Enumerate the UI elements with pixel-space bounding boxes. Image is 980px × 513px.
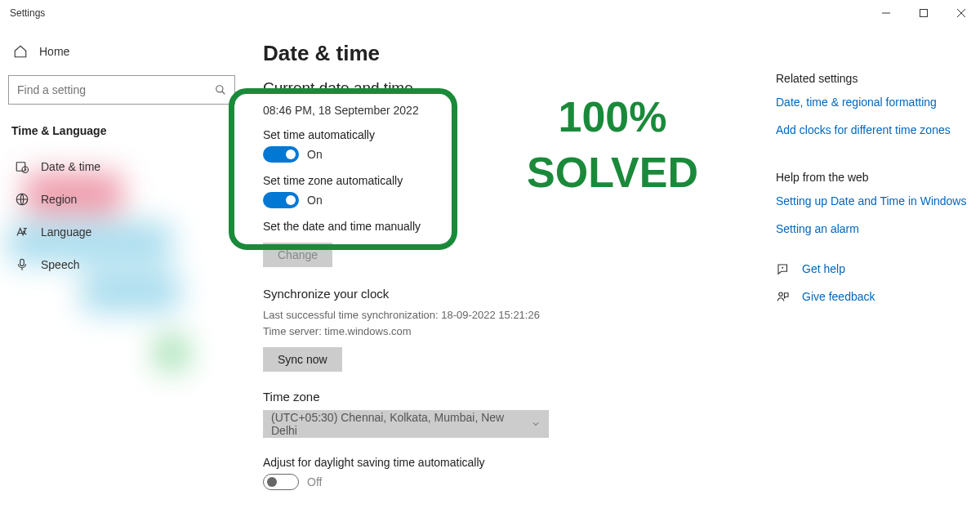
- language-icon: [15, 225, 29, 239]
- sidebar-item-speech[interactable]: Speech: [8, 248, 235, 281]
- related-settings-heading: Related settings: [776, 72, 970, 85]
- web-link-alarm[interactable]: Setting an alarm: [776, 221, 970, 238]
- home-label: Home: [39, 45, 69, 58]
- auto-timezone-label: Set time zone automatically: [263, 174, 760, 187]
- window-title: Settings: [10, 7, 45, 19]
- nav-label: Language: [41, 225, 91, 239]
- auto-time-label: Set time automatically: [263, 128, 760, 141]
- close-button[interactable]: [942, 0, 980, 26]
- related-link-clocks[interactable]: Add clocks for different time zones: [776, 123, 970, 139]
- window-controls: [867, 0, 980, 26]
- get-help-row[interactable]: Get help: [776, 261, 970, 278]
- home-icon: [13, 44, 28, 59]
- sync-server-text: Time server: time.windows.com: [263, 323, 760, 340]
- dst-state: Off: [307, 475, 322, 488]
- svg-point-11: [779, 292, 783, 297]
- sync-now-button[interactable]: Sync now: [263, 347, 342, 372]
- nav-label: Date & time: [41, 160, 100, 173]
- change-button[interactable]: Change: [263, 243, 332, 267]
- svg-point-4: [216, 86, 223, 92]
- related-link-formatting[interactable]: Date, time & regional formatting: [776, 95, 970, 111]
- sync-heading: Synchronize your clock: [263, 287, 760, 301]
- search-input[interactable]: [17, 83, 215, 96]
- sync-last-text: Last successful time synchronization: 18…: [263, 307, 760, 323]
- feedback-link[interactable]: Give feedback: [802, 289, 875, 306]
- auto-time-toggle[interactable]: [263, 146, 299, 163]
- nav-label: Region: [41, 193, 77, 206]
- sidebar-item-language[interactable]: Language: [8, 216, 235, 248]
- current-datetime-heading: Current date and time: [263, 79, 760, 97]
- title-bar: Settings: [0, 0, 980, 26]
- svg-rect-1: [920, 10, 928, 17]
- auto-time-state: On: [307, 148, 323, 161]
- microphone-icon: [15, 257, 29, 272]
- timezone-value: (UTC+05:30) Chennai, Kolkata, Mumbai, Ne…: [271, 411, 531, 437]
- calendar-clock-icon: [15, 159, 29, 174]
- search-icon: [215, 84, 226, 96]
- svg-rect-9: [20, 259, 24, 265]
- right-column: Related settings Date, time & regional f…: [776, 26, 980, 513]
- auto-timezone-toggle[interactable]: [263, 192, 299, 208]
- feedback-icon: [776, 290, 791, 305]
- globe-icon: [15, 192, 29, 207]
- timezone-dropdown[interactable]: (UTC+05:30) Chennai, Kolkata, Mumbai, Ne…: [263, 410, 549, 438]
- auto-timezone-state: On: [307, 194, 323, 207]
- sidebar-item-date-time[interactable]: Date & time: [8, 150, 235, 183]
- category-title: Time & Language: [8, 119, 235, 142]
- current-datetime-value: 08:46 PM, 18 September 2022: [263, 104, 760, 117]
- web-link-setup-date[interactable]: Setting up Date and Time in Windows: [776, 194, 970, 210]
- sidebar: Home Time & Language Date & time Region …: [0, 26, 243, 513]
- manual-datetime-label: Set the date and time manually: [263, 220, 760, 233]
- search-box[interactable]: [8, 75, 235, 105]
- page-title: Date & time: [263, 41, 760, 66]
- home-button[interactable]: Home: [8, 38, 235, 65]
- main-content: Date & time Current date and time 08:46 …: [243, 26, 776, 513]
- minimize-button[interactable]: [867, 0, 905, 26]
- help-icon: [776, 262, 791, 277]
- svg-line-5: [222, 91, 225, 95]
- nav-label: Speech: [41, 258, 79, 271]
- svg-point-10: [782, 267, 783, 268]
- dst-label: Adjust for daylight saving time automati…: [263, 456, 760, 469]
- get-help-link[interactable]: Get help: [802, 261, 845, 278]
- timezone-heading: Time zone: [263, 390, 760, 404]
- web-help-heading: Help from the web: [776, 171, 970, 184]
- sidebar-item-region[interactable]: Region: [8, 183, 235, 216]
- chevron-down-icon: [531, 419, 541, 429]
- dst-toggle[interactable]: [263, 474, 299, 490]
- maximize-button[interactable]: [905, 0, 942, 26]
- feedback-row[interactable]: Give feedback: [776, 289, 970, 306]
